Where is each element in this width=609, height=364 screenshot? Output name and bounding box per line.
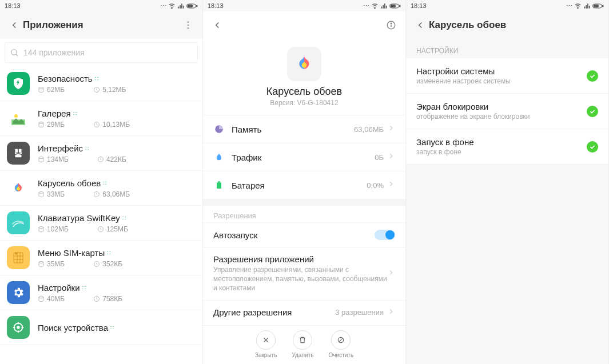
running-indicator-icon: ∷ xyxy=(82,285,86,291)
info-icon[interactable] xyxy=(383,20,400,30)
svg-rect-18 xyxy=(15,155,22,158)
app-icon xyxy=(7,177,30,199)
status-bar: 18:13 ⋯ xyxy=(0,0,202,11)
svg-point-34 xyxy=(39,296,43,298)
app-permissions-row[interactable]: Разрешения приложений Управление разреше… xyxy=(203,247,405,300)
svg-point-24 xyxy=(39,226,43,228)
running-indicator-icon: ∷ xyxy=(103,180,106,186)
permission-row[interactable]: Запуск в фоне запуск в фоне xyxy=(406,129,608,165)
app-name: Галерея xyxy=(38,109,71,118)
svg-line-51 xyxy=(339,338,343,342)
app-detail-pane: 18:13 ⋯ Карусель обоев Версия: V6-G-1804… xyxy=(203,0,406,364)
svg-point-38 xyxy=(375,8,375,9)
permission-subtitle: отображение на экране блокировки xyxy=(416,113,587,121)
svg-point-4 xyxy=(188,21,189,23)
status-icons: ⋯ xyxy=(566,2,604,10)
app-name: Клавиатура SwiftKey xyxy=(38,213,120,223)
svg-point-5 xyxy=(188,25,189,26)
traffic-icon xyxy=(213,151,225,163)
app-row[interactable]: Галерея ∷ 29МБ 10,13МБ xyxy=(0,101,202,136)
battery-icon xyxy=(213,179,225,191)
permission-title: Экран блокировки xyxy=(416,102,587,111)
permission-list: Настройки системы изменение настроек сис… xyxy=(406,58,608,165)
status-icons: ⋯ xyxy=(160,2,198,10)
app-list: Безопасность ∷ 62МБ 5,12МБ Галерея ∷ 29М… xyxy=(0,66,202,364)
storage-size: 35МБ xyxy=(38,260,65,268)
app-name: Интерфейс xyxy=(38,143,83,153)
status-bar: 18:13 ⋯ xyxy=(406,0,608,11)
app-name: Безопасность xyxy=(38,74,93,83)
more-icon[interactable] xyxy=(180,20,197,30)
app-row[interactable]: Клавиатура SwiftKey ∷ 102МБ 125МБ xyxy=(0,206,202,241)
header: Карусель обоев xyxy=(406,11,608,39)
other-permissions-row[interactable]: Другие разрешения 3 разрешения xyxy=(203,300,405,325)
page-title: Приложения xyxy=(23,19,180,31)
search-input[interactable] xyxy=(23,48,193,57)
chevron-right-icon xyxy=(387,307,395,318)
svg-point-44 xyxy=(391,23,392,24)
app-row[interactable]: Интерфейс ∷ 134МБ 422КБ xyxy=(0,136,202,171)
app-icon xyxy=(7,107,30,130)
running-indicator-icon: ∷ xyxy=(110,325,114,331)
close-button[interactable]: Закрыть xyxy=(255,330,277,358)
storage-size: 62МБ xyxy=(38,86,65,94)
app-icon xyxy=(7,246,30,269)
app-row[interactable]: Настройки ∷ 40МБ 758КБ xyxy=(0,275,202,310)
svg-point-19 xyxy=(39,157,43,158)
permissions-header: Разрешения xyxy=(203,206,405,222)
app-name: Карусель обоев xyxy=(38,178,101,188)
status-icons: ⋯ xyxy=(363,2,401,10)
back-button[interactable] xyxy=(6,20,23,30)
svg-rect-41 xyxy=(400,5,401,7)
battery-row[interactable]: Батарея 0,0% xyxy=(203,171,405,199)
svg-point-0 xyxy=(172,8,172,9)
bottom-actions: Закрыть Удалить Очистить xyxy=(203,325,405,364)
chevron-right-icon xyxy=(387,152,395,162)
svg-rect-54 xyxy=(594,5,599,7)
data-size: 352КБ xyxy=(93,260,122,268)
svg-point-14 xyxy=(39,122,43,123)
data-size: 63,06МБ xyxy=(93,190,130,198)
svg-point-32 xyxy=(39,261,43,263)
storage-size: 102МБ xyxy=(38,225,69,233)
status-time: 18:13 xyxy=(411,2,427,9)
app-icon xyxy=(7,142,30,165)
svg-point-37 xyxy=(17,326,20,329)
svg-rect-16 xyxy=(15,149,18,153)
app-row[interactable]: Безопасность ∷ 62МБ 5,12МБ xyxy=(0,66,202,101)
status-bar: 18:13 ⋯ xyxy=(203,0,405,11)
delete-button[interactable]: Удалить xyxy=(292,330,313,358)
svg-line-8 xyxy=(16,54,18,56)
data-size: 10,13МБ xyxy=(93,121,130,129)
storage-size: 40МБ xyxy=(38,295,65,303)
close-icon xyxy=(256,330,276,350)
memory-icon xyxy=(213,123,225,135)
clear-button[interactable]: Очистить xyxy=(329,330,354,358)
traffic-row[interactable]: Трафик 0Б xyxy=(203,143,405,171)
svg-point-9 xyxy=(39,87,43,89)
search-box[interactable] xyxy=(5,42,198,63)
running-indicator-icon: ∷ xyxy=(73,110,77,117)
autostart-row[interactable]: Автозапуск xyxy=(203,222,405,247)
data-size: 125МБ xyxy=(97,225,128,233)
back-button[interactable] xyxy=(209,20,226,30)
chevron-right-icon xyxy=(387,124,395,134)
memory-row[interactable]: Память 63,06МБ xyxy=(203,115,405,143)
permission-row[interactable]: Настройки системы изменение настроек сис… xyxy=(406,58,608,94)
data-size: 758КБ xyxy=(93,295,122,303)
autostart-toggle[interactable] xyxy=(375,230,395,240)
app-row[interactable]: Меню SIM-карты ∷ 35МБ 352КБ xyxy=(0,241,202,275)
svg-point-13 xyxy=(14,114,18,118)
section-gap xyxy=(203,199,405,206)
permission-row[interactable]: Экран блокировки отображение на экране б… xyxy=(406,94,608,129)
back-button[interactable] xyxy=(412,20,429,30)
data-size: 422КБ xyxy=(97,155,126,163)
permission-subtitle: изменение настроек системы xyxy=(416,77,587,85)
storage-size: 134МБ xyxy=(38,155,69,163)
section-header: НАСТРОЙКИ xyxy=(406,39,608,58)
app-row[interactable]: Карусель обоев ∷ 33МБ 63,06МБ xyxy=(0,171,202,206)
running-indicator-icon: ∷ xyxy=(85,145,89,151)
app-row[interactable]: Поиск устройства ∷ xyxy=(0,310,202,345)
permission-title: Настройки системы xyxy=(416,66,587,76)
app-icon xyxy=(7,316,30,339)
